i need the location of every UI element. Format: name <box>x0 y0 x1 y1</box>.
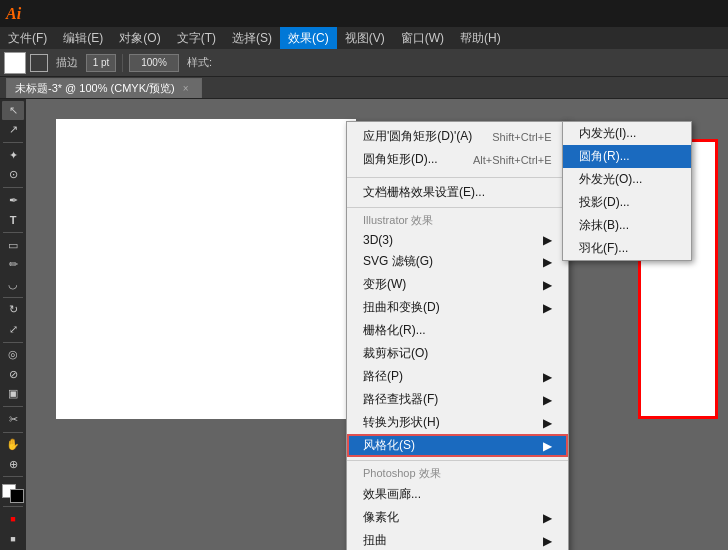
menu-view[interactable]: 视图(V) <box>337 27 393 49</box>
ps-gallery-item[interactable]: 效果画廊... <box>347 483 568 506</box>
tool-eyedrop[interactable]: ⊘ <box>2 365 24 384</box>
zoom-value[interactable]: 100% <box>129 54 179 72</box>
toolbar: 描边 1 pt 100% 样式: <box>0 49 728 77</box>
document-raster-item[interactable]: 文档栅格效果设置(E)... <box>347 181 568 204</box>
effect-crop-marks-item[interactable]: 裁剪标记(O) <box>347 342 568 365</box>
toolbar-separator <box>122 54 123 72</box>
round-rect-item[interactable]: 圆角矩形(D)... Alt+Shift+Ctrl+E <box>347 148 568 171</box>
tool-magic-wand[interactable]: ✦ <box>2 146 24 165</box>
tool-swap[interactable]: ■ <box>2 510 24 529</box>
tools-separator-7 <box>3 432 23 433</box>
tools-separator-4 <box>3 297 23 298</box>
stroke-label: 描边 <box>52 55 82 70</box>
menu-text[interactable]: 文字(T) <box>169 27 224 49</box>
menu-window[interactable]: 窗口(W) <box>393 27 452 49</box>
illustrator-section-label: Illustrator 效果 <box>347 211 568 230</box>
drop-shadow-item[interactable]: 投影(D)... <box>563 191 691 214</box>
tools-separator-8 <box>3 476 23 477</box>
tool-pencil[interactable]: ✏ <box>2 255 24 274</box>
stroke-color-preview <box>4 52 26 74</box>
tool-zoom[interactable]: ⊕ <box>2 455 24 474</box>
title-bar: Ai <box>0 0 728 27</box>
menu-divider-3 <box>347 460 568 461</box>
tool-scissors[interactable]: ✂ <box>2 410 24 429</box>
scribble-item[interactable]: 涂抹(B)... <box>563 214 691 237</box>
ai-logo: Ai <box>6 5 21 23</box>
stroke-value[interactable]: 1 pt <box>86 54 116 72</box>
menu-help[interactable]: 帮助(H) <box>452 27 509 49</box>
effect-warp-item[interactable]: 变形(W) ▶ <box>347 273 568 296</box>
tools-separator-1 <box>3 142 23 143</box>
tool-reset-colors[interactable]: ■ <box>2 529 24 548</box>
tab-bar: 未标题-3* @ 100% (CMYK/预览) × <box>0 77 728 99</box>
tools-separator-3 <box>3 232 23 233</box>
ps-distort-item[interactable]: 扭曲 ▶ <box>347 529 568 550</box>
effect-menu: 应用'圆角矩形(D)'(A) Shift+Ctrl+E 圆角矩形(D)... A… <box>346 121 569 550</box>
menu-divider-1 <box>347 177 568 178</box>
tools-separator-2 <box>3 187 23 188</box>
tool-hand[interactable]: ✋ <box>2 435 24 454</box>
outer-glow-item[interactable]: 外发光(O)... <box>563 168 691 191</box>
ps-pixelate-item[interactable]: 像素化 ▶ <box>347 506 568 529</box>
style-label: 样式: <box>183 55 216 70</box>
menu-bar: 文件(F) 编辑(E) 对象(O) 文字(T) 选择(S) 效果(C) 视图(V… <box>0 27 728 49</box>
tool-pen[interactable]: ✒ <box>2 191 24 210</box>
color-boxes[interactable] <box>2 484 24 503</box>
tool-rotate[interactable]: ↻ <box>2 300 24 319</box>
effect-stylize-item[interactable]: 风格化(S) ▶ <box>347 434 568 457</box>
effect-svg-item[interactable]: SVG 滤镜(G) ▶ <box>347 250 568 273</box>
tools-separator-5 <box>3 342 23 343</box>
tool-lasso[interactable]: ⊙ <box>2 166 24 185</box>
tool-rect[interactable]: ▭ <box>2 236 24 255</box>
effect-distort-item[interactable]: 扭曲和变换(D) ▶ <box>347 296 568 319</box>
menu-divider-2 <box>347 207 568 208</box>
tool-text[interactable]: T <box>2 211 24 230</box>
canvas-area: 应用'圆角矩形(D)'(A) Shift+Ctrl+E 圆角矩形(D)... A… <box>26 99 728 550</box>
effect-menu-top-section: 应用'圆角矩形(D)'(A) Shift+Ctrl+E 圆角矩形(D)... A… <box>347 122 568 174</box>
tools-panel: ↖ ↗ ✦ ⊙ ✒ T ▭ ✏ ◡ ↻ ⤢ ◎ ⊘ ▣ ✂ ✋ ⊕ ■ ■ <box>0 99 26 550</box>
effect-pathfinder-item[interactable]: 路径查找器(F) ▶ <box>347 388 568 411</box>
photoshop-section-label: Photoshop 效果 <box>347 464 568 483</box>
main-area: ↖ ↗ ✦ ⊙ ✒ T ▭ ✏ ◡ ↻ ⤢ ◎ ⊘ ▣ ✂ ✋ ⊕ ■ ■ <box>0 99 728 550</box>
menu-object[interactable]: 对象(O) <box>111 27 168 49</box>
menu-effect[interactable]: 效果(C) <box>280 27 337 49</box>
tab-label: 未标题-3* @ 100% (CMYK/预览) <box>15 81 175 96</box>
tool-blend[interactable]: ◎ <box>2 345 24 364</box>
rect-tool-icon <box>30 54 48 72</box>
feather-item[interactable]: 羽化(F)... <box>563 237 691 260</box>
tool-brush[interactable]: ◡ <box>2 275 24 294</box>
effect-3d-item[interactable]: 3D(3) ▶ <box>347 230 568 250</box>
background-color[interactable] <box>10 489 24 503</box>
menu-select[interactable]: 选择(S) <box>224 27 280 49</box>
tools-separator-6 <box>3 406 23 407</box>
effect-convert-item[interactable]: 转换为形状(H) ▶ <box>347 411 568 434</box>
tool-direct-select[interactable]: ↗ <box>2 121 24 140</box>
effect-rasterize-item[interactable]: 栅格化(R)... <box>347 319 568 342</box>
tool-select[interactable]: ↖ <box>2 101 24 120</box>
apply-round-rect-item[interactable]: 应用'圆角矩形(D)'(A) Shift+Ctrl+E <box>347 125 568 148</box>
tab-close-button[interactable]: × <box>183 83 189 94</box>
stylize-submenu: 内发光(I)... 圆角(R)... 外发光(O)... 投影(D)... 涂抹… <box>562 121 692 261</box>
tool-scale[interactable]: ⤢ <box>2 320 24 339</box>
menu-edit[interactable]: 编辑(E) <box>55 27 111 49</box>
inner-glow-item[interactable]: 内发光(I)... <box>563 122 691 145</box>
canvas-document <box>56 119 356 419</box>
effect-path-item[interactable]: 路径(P) ▶ <box>347 365 568 388</box>
round-corners-item[interactable]: 圆角(R)... <box>563 145 691 168</box>
menu-file[interactable]: 文件(F) <box>0 27 55 49</box>
document-tab[interactable]: 未标题-3* @ 100% (CMYK/预览) × <box>6 78 202 98</box>
tools-separator-9 <box>3 506 23 507</box>
tool-gradient[interactable]: ▣ <box>2 385 24 404</box>
